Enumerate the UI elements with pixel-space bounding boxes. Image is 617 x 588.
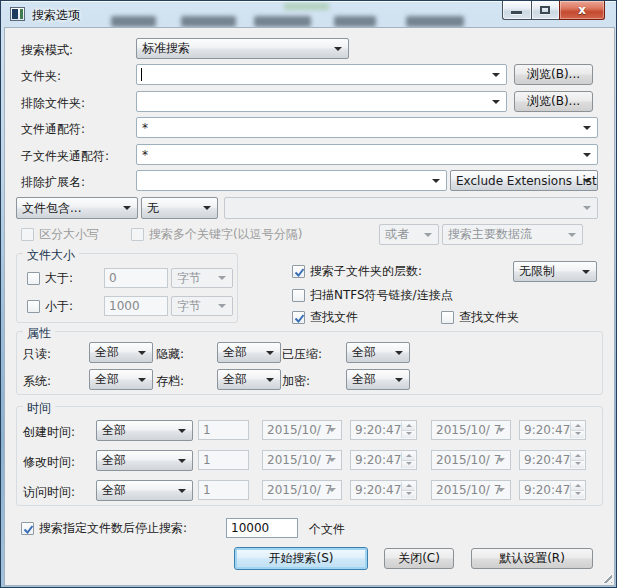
search-mode-label: 搜索模式: <box>21 42 73 59</box>
maximize-button[interactable] <box>531 1 559 20</box>
greater-than-checkbox[interactable]: 大于: <box>27 271 73 286</box>
accessed-from-time-spinner: 9:20:47 <box>350 480 417 500</box>
less-than-unit-value: 字节 <box>177 298 201 315</box>
checkbox-icon <box>27 300 40 313</box>
created-time-label: 创建时间: <box>23 424 75 441</box>
close-icon: x <box>560 3 604 17</box>
accessed-time-num-input: 1 <box>198 480 249 500</box>
chevron-down-icon <box>328 428 336 432</box>
content-mode-select[interactable]: 文件包含... <box>16 197 138 219</box>
file-size-group-title: 文件大小 <box>23 247 79 264</box>
accessed-time-mode-select[interactable]: 全部 <box>96 480 193 501</box>
accessed-time-label: 访问时间: <box>23 484 75 501</box>
compressed-select[interactable]: 全部 <box>346 342 410 363</box>
hidden-select[interactable]: 全部 <box>217 342 281 363</box>
greater-than-unit-select: 字节 <box>171 268 233 288</box>
case-sensitive-checkbox: 区分大小写 <box>21 227 99 242</box>
system-select[interactable]: 全部 <box>89 369 153 390</box>
background-blur-blob <box>111 16 156 27</box>
minimize-button[interactable] <box>502 1 531 20</box>
chevron-down-icon <box>123 206 131 210</box>
chevron-down-icon <box>583 126 591 130</box>
up-down-spinner-icon <box>570 482 584 498</box>
encrypted-select[interactable]: 全部 <box>346 369 410 390</box>
exclude-extensions-list-select[interactable]: Exclude Extensions List <box>450 170 598 191</box>
created-time-num-input: 1 <box>198 420 249 440</box>
modified-from-date-picker: 2015/10/ 7 <box>262 450 342 470</box>
browse-exclude-folder-button[interactable]: 浏览(B)... <box>514 91 593 112</box>
stop-after-count-checkbox[interactable]: 搜索指定文件数后停止搜索: <box>21 521 187 536</box>
chevron-down-icon <box>203 206 211 210</box>
close-button[interactable]: x <box>559 1 605 20</box>
app-icon <box>10 7 25 21</box>
checkbox-icon <box>441 311 454 324</box>
chevron-down-icon <box>138 351 146 355</box>
created-time-mode-select[interactable]: 全部 <box>96 420 193 441</box>
up-down-spinner-icon <box>570 422 584 438</box>
greater-than-label: 大于: <box>45 270 73 287</box>
created-from-date-picker: 2015/10/ 7 <box>262 420 342 440</box>
chevron-down-icon <box>266 351 274 355</box>
background-blur-blob <box>334 16 376 27</box>
created-from-time-spinner: 9:20:47 <box>350 420 417 440</box>
or-and-value: 或者 <box>385 226 409 243</box>
ntfs-links-checkbox[interactable]: 扫描NTFS符号链接/连接点 <box>292 288 453 303</box>
window-title: 搜索选项 <box>32 7 80 24</box>
subfolder-depth-checkbox[interactable]: 搜索子文件夹的层数: <box>292 264 422 279</box>
compressed-label: 已压缩: <box>282 346 322 363</box>
folder-input[interactable] <box>136 64 507 85</box>
modified-time-label: 修改时间: <box>23 454 75 471</box>
modified-time-num-input: 1 <box>198 450 249 470</box>
up-down-spinner-icon <box>401 482 415 498</box>
chevron-down-icon <box>218 276 226 280</box>
checkbox-icon <box>292 289 305 302</box>
file-wildcard-label: 文件通配符: <box>21 121 85 138</box>
modified-time-mode-select[interactable]: 全部 <box>96 450 193 471</box>
start-search-button[interactable]: 开始搜索(S) <box>234 547 368 570</box>
subfolder-depth-select[interactable]: 无限制 <box>513 261 597 282</box>
less-than-label: 小于: <box>45 298 73 315</box>
archive-label: 存档: <box>156 373 184 390</box>
chevron-down-icon <box>497 488 505 492</box>
subfolder-wildcard-label: 子文件夹通配符: <box>21 148 109 165</box>
chevron-down-icon <box>178 429 186 433</box>
archive-select[interactable]: 全部 <box>217 369 281 390</box>
search-mode-select[interactable]: 标准搜索 <box>136 38 349 59</box>
file-count-input[interactable]: 10000 <box>226 518 298 538</box>
up-down-spinner-icon <box>401 452 415 468</box>
find-files-checkbox[interactable]: 查找文件 <box>292 310 358 325</box>
content-encoding-value: 无 <box>147 200 159 217</box>
subfolder-wildcard-input[interactable]: * <box>136 144 598 165</box>
file-count-unit-label: 个文件 <box>309 521 345 538</box>
chevron-down-icon <box>218 304 226 308</box>
encrypted-label: 加密: <box>282 373 310 390</box>
file-wildcard-value: * <box>142 121 148 135</box>
chevron-down-icon <box>334 47 342 51</box>
chevron-down-icon <box>178 489 186 493</box>
content-encoding-select[interactable]: 无 <box>141 197 218 219</box>
subfolder-depth-label: 搜索子文件夹的层数: <box>310 263 422 280</box>
folder-label: 文件夹: <box>21 68 61 85</box>
readonly-select[interactable]: 全部 <box>89 342 153 363</box>
checkbox-icon <box>21 228 34 241</box>
less-than-value-input: 1000 <box>104 296 168 316</box>
subfolder-wildcard-value: * <box>142 148 148 162</box>
close-dialog-button[interactable]: 关闭(C) <box>384 548 454 569</box>
default-settings-button[interactable]: 默认设置(R) <box>471 548 593 569</box>
accessed-to-date-picker: 2015/10/ 7 <box>431 480 511 500</box>
content-text-input <box>224 197 598 219</box>
less-than-checkbox[interactable]: 小于: <box>27 299 73 314</box>
browse-folder-button[interactable]: 浏览(B)... <box>514 64 593 85</box>
file-wildcard-input[interactable]: * <box>136 117 598 138</box>
up-down-spinner-icon <box>401 422 415 438</box>
chevron-down-icon <box>583 153 591 157</box>
time-group-title: 时间 <box>23 400 55 417</box>
chevron-down-icon <box>582 270 590 274</box>
exclude-folder-input[interactable] <box>136 91 507 112</box>
find-folders-checkbox[interactable]: 查找文件夹 <box>441 310 519 325</box>
multi-keyword-checkbox: 搜索多个关键字(以逗号分隔) <box>131 227 302 242</box>
checkbox-icon <box>131 228 144 241</box>
background-blur-blob <box>284 3 329 10</box>
chevron-down-icon <box>328 488 336 492</box>
exclude-ext-input[interactable] <box>136 170 447 191</box>
